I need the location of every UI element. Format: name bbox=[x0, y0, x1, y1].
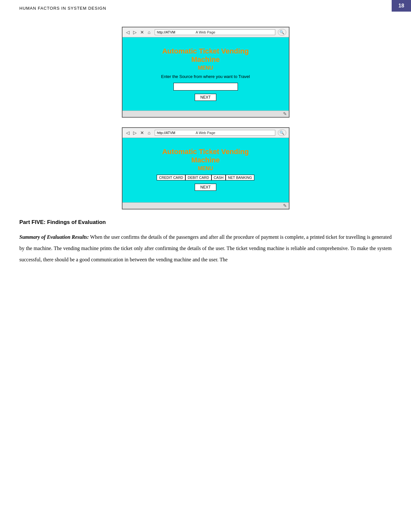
atvm-menu-2: MENU bbox=[198, 166, 213, 171]
atvm-menu-1: MENU bbox=[198, 65, 213, 71]
browser-toolbar-1: A Web Page ◁ ▷ ✕ ⌂ 🔍 bbox=[122, 27, 289, 37]
summary-label: Summary of Evaluation Results: bbox=[19, 234, 89, 240]
stop-button-1[interactable]: ✕ bbox=[139, 29, 145, 35]
browser-toolbar-2: A Web Page ◁ ▷ ✕ ⌂ 🔍 bbox=[122, 128, 289, 138]
atvm-title-1: Automatic Ticket Vending Machine bbox=[162, 47, 249, 64]
part-five-section: Part FIVE: Findings of Evaluation Summar… bbox=[0, 219, 411, 266]
browser-statusbar-2: ✎ bbox=[122, 202, 289, 209]
source-input-1[interactable] bbox=[173, 83, 238, 91]
back-button-1[interactable]: ◁ bbox=[125, 29, 131, 35]
debit-card-btn[interactable]: DEBIT CARD bbox=[185, 175, 211, 180]
atvm-title-2: Automatic Ticket Vending Machine bbox=[162, 148, 249, 164]
home-button-1[interactable]: ⌂ bbox=[146, 29, 152, 35]
part-five-heading: Part FIVE: Findings of Evaluation bbox=[19, 219, 392, 226]
payment-options: CREDIT CARD DEBIT CARD CASH NET BANKING bbox=[157, 175, 254, 180]
home-button-2[interactable]: ⌂ bbox=[146, 130, 152, 136]
browser-title-2: A Web Page bbox=[196, 131, 215, 135]
next-button-1[interactable]: NEXT bbox=[195, 94, 216, 101]
part-five-body: Summary of Evaluation Results: When the … bbox=[19, 231, 392, 266]
browser-content-1: Automatic Ticket Vending Machine MENU En… bbox=[122, 37, 289, 111]
search-button-2[interactable]: 🔍 bbox=[278, 130, 286, 136]
browser-window-2: A Web Page ◁ ▷ ✕ ⌂ 🔍 Automatic Ticket Ve… bbox=[122, 127, 289, 209]
browser-content-2: Automatic Ticket Vending Machine MENU CR… bbox=[122, 138, 289, 202]
search-button-1[interactable]: 🔍 bbox=[278, 29, 286, 35]
forward-button-2[interactable]: ▷ bbox=[132, 130, 138, 136]
credit-card-btn[interactable]: CREDIT CARD bbox=[157, 175, 185, 180]
browser-title-1: A Web Page bbox=[196, 30, 215, 34]
browser-window-1: A Web Page ◁ ▷ ✕ ⌂ 🔍 Automatic Ticket Ve… bbox=[122, 27, 289, 118]
forward-button-1[interactable]: ▷ bbox=[132, 29, 138, 35]
statusbar-icon-2: ✎ bbox=[283, 203, 287, 208]
atvm-instruction-1: Enter the Source from where you want to … bbox=[161, 74, 250, 79]
back-button-2[interactable]: ◁ bbox=[125, 130, 131, 136]
cash-btn[interactable]: CASH bbox=[211, 175, 226, 180]
net-banking-btn[interactable]: NET BANKING bbox=[226, 175, 254, 180]
page-header: HUMAN FACTORS IN SYSTEM DESIGN bbox=[0, 0, 411, 11]
page-number: 18 bbox=[392, 0, 411, 12]
header-text: HUMAN FACTORS IN SYSTEM DESIGN bbox=[19, 6, 106, 11]
browser-statusbar-1: ✎ bbox=[122, 111, 289, 117]
statusbar-icon-1: ✎ bbox=[283, 111, 287, 117]
next-button-2[interactable]: NEXT bbox=[195, 184, 216, 191]
stop-button-2[interactable]: ✕ bbox=[139, 130, 145, 136]
